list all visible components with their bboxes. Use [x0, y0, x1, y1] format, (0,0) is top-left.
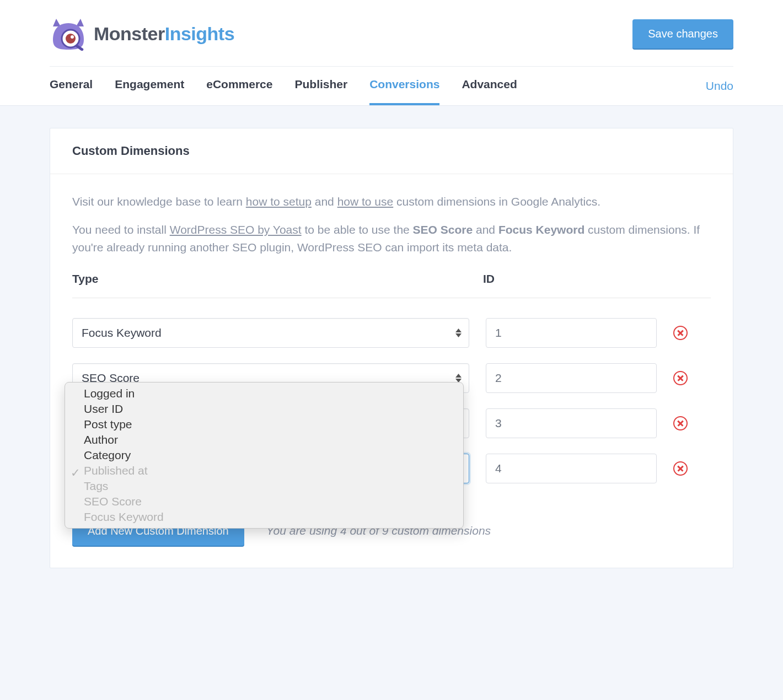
brand-logo: MonsterInsights: [50, 17, 234, 51]
delete-row-icon[interactable]: [673, 461, 688, 476]
panel-title: Custom Dimensions: [50, 128, 733, 174]
check-icon: ✓: [71, 466, 81, 480]
dropdown-option[interactable]: Post type: [65, 417, 463, 432]
column-header-type: Type: [72, 272, 483, 286]
dropdown-option: ✓Published at: [65, 463, 463, 478]
id-input[interactable]: [486, 363, 657, 393]
id-input[interactable]: [486, 318, 657, 348]
brand-text: MonsterInsights: [94, 23, 234, 45]
tabs: General Engagement eCommerce Publisher C…: [50, 67, 517, 105]
tab-ecommerce[interactable]: eCommerce: [206, 67, 272, 105]
help-text-2: You need to install WordPress SEO by Yoa…: [72, 221, 711, 257]
id-input[interactable]: [486, 454, 657, 483]
header-bar: MonsterInsights Save changes General Eng…: [0, 0, 783, 106]
svg-point-2: [71, 35, 74, 39]
dropdown-option[interactable]: Author: [65, 432, 463, 448]
column-header-id: ID: [483, 272, 711, 286]
how-to-setup-link[interactable]: how to setup: [246, 195, 312, 208]
undo-link[interactable]: Undo: [706, 79, 733, 93]
tab-general[interactable]: General: [50, 67, 93, 105]
column-headers: Type ID: [72, 272, 711, 298]
type-dropdown-menu: Logged in User ID Post type Author Categ…: [65, 382, 464, 529]
dropdown-option[interactable]: Logged in: [65, 386, 463, 401]
save-changes-button[interactable]: Save changes: [632, 19, 733, 49]
tab-publisher[interactable]: Publisher: [294, 67, 347, 105]
dimension-rows: Focus Keyword SEO Score: [72, 318, 711, 483]
tab-advanced[interactable]: Advanced: [462, 67, 517, 105]
dropdown-option[interactable]: Category: [65, 448, 463, 463]
tabs-row: General Engagement eCommerce Publisher C…: [50, 67, 733, 105]
tab-engagement[interactable]: Engagement: [115, 67, 184, 105]
help-text-1: Visit our knowledge base to learn how to…: [72, 193, 711, 211]
delete-row-icon[interactable]: [673, 371, 688, 385]
how-to-use-link[interactable]: how to use: [337, 195, 394, 208]
id-input[interactable]: [486, 408, 657, 438]
custom-dimensions-panel: Custom Dimensions Visit our knowledge ba…: [50, 128, 733, 568]
svg-point-1: [66, 34, 76, 44]
dropdown-option[interactable]: User ID: [65, 401, 463, 417]
type-select[interactable]: Focus Keyword: [72, 318, 469, 348]
delete-row-icon[interactable]: [673, 416, 688, 430]
dimension-row: Focus Keyword: [72, 318, 711, 348]
delete-row-icon[interactable]: [673, 326, 688, 340]
dropdown-option: SEO Score: [65, 494, 463, 509]
dropdown-option: Tags: [65, 478, 463, 494]
yoast-seo-link[interactable]: WordPress SEO by Yoast: [170, 223, 302, 236]
tab-conversions[interactable]: Conversions: [369, 67, 439, 105]
header-row: MonsterInsights Save changes: [50, 17, 733, 67]
monster-icon: [50, 17, 87, 51]
content: Custom Dimensions Visit our knowledge ba…: [0, 106, 783, 590]
panel-body: Visit our knowledge base to learn how to…: [50, 174, 733, 568]
dropdown-option: Focus Keyword: [65, 509, 463, 525]
